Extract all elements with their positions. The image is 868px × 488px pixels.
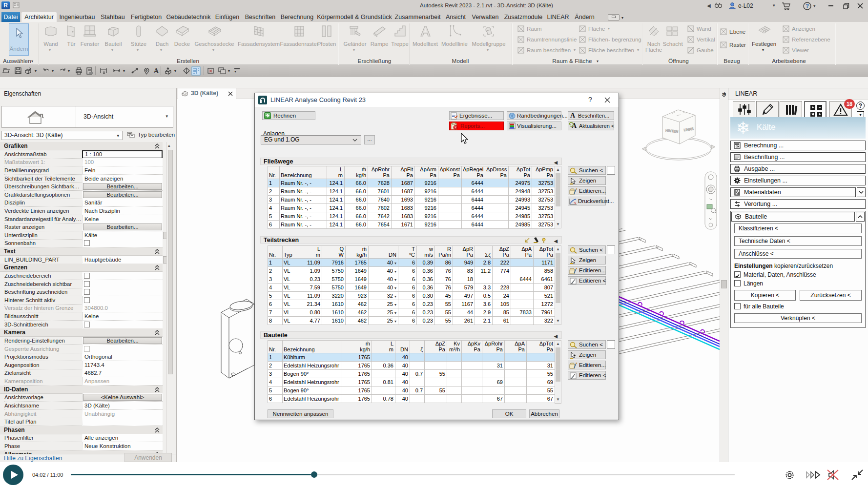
svg-text:A: A <box>154 67 159 75</box>
svg-text:?: ? <box>806 3 809 9</box>
